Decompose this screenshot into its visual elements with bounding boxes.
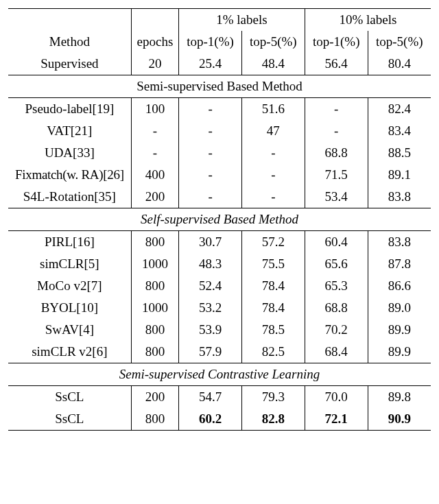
cell-val: 70.0 (305, 386, 368, 409)
supervised-1-top1: 25.4 (179, 53, 242, 75)
cell-method: simCLR[5] (8, 253, 131, 275)
col-10pct-top1: top-1(%) (305, 31, 368, 53)
cell-val: 57.2 (241, 231, 305, 254)
cell-val: 90.9 (368, 408, 431, 431)
cell-val: 83.8 (368, 231, 431, 254)
section-self-supervised: Self-supervised Based Method (8, 208, 431, 231)
cell-val: 87.8 (368, 253, 431, 275)
cell-epochs: 800 (131, 408, 178, 431)
cell-val: 54.7 (179, 386, 242, 409)
cell-method: Fixmatch(w. RA)[26] (8, 164, 131, 186)
cell-val: 72.1 (305, 408, 368, 431)
cell-method: SsCL (8, 386, 131, 409)
cell-val: 53.9 (179, 319, 242, 341)
cell-method: BYOL[10] (8, 297, 131, 319)
supervised-10-top5: 80.4 (368, 53, 431, 75)
table-row: SsCL 800 60.2 82.8 72.1 90.9 (8, 408, 431, 431)
cell-val: - (305, 98, 368, 121)
cell-val: 57.9 (179, 341, 242, 363)
cell-method: UDA[33] (8, 142, 131, 164)
cell-method: simCLR v2[6] (8, 341, 131, 363)
table-row: UDA[33] - - - 68.8 88.5 (8, 142, 431, 164)
section-semi-supervised: Semi-supervised Based Method (8, 75, 431, 98)
cell-val: - (241, 142, 305, 164)
cell-method: PIRL[16] (8, 231, 131, 254)
cell-epochs: 1000 (131, 253, 178, 275)
table-row: MoCo v2[7] 800 52.4 78.4 65.3 86.6 (8, 275, 431, 297)
cell-val: 89.9 (368, 341, 431, 363)
cell-method: SsCL (8, 408, 131, 431)
supervised-1-top5: 48.4 (241, 53, 305, 75)
table-row: simCLR v2[6] 800 57.9 82.5 68.4 89.9 (8, 341, 431, 363)
cell-val: 79.3 (241, 386, 305, 409)
cell-val: 78.5 (241, 319, 305, 341)
cell-epochs: 800 (131, 275, 178, 297)
cell-method: Pseudo-label[19] (8, 98, 131, 121)
cell-val: 82.8 (241, 408, 305, 431)
cell-val: 89.1 (368, 164, 431, 186)
supervised-10-top1: 56.4 (305, 53, 368, 75)
cell-val: 70.2 (305, 319, 368, 341)
cell-val: 53.4 (305, 186, 368, 208)
cell-val: - (179, 142, 242, 164)
cell-method: S4L-Rotation[35] (8, 186, 131, 208)
cell-val: 60.2 (179, 408, 242, 431)
table-row: SwAV[4] 800 53.9 78.5 70.2 89.9 (8, 319, 431, 341)
table-row: S4L-Rotation[35] 200 - - 53.4 83.8 (8, 186, 431, 208)
col-group-1pct: 1% labels (179, 9, 305, 32)
table-row: simCLR[5] 1000 48.3 75.5 65.6 87.8 (8, 253, 431, 275)
cell-epochs: - (131, 142, 178, 164)
col-group-10pct: 10% labels (305, 9, 431, 32)
method-header: Method (8, 31, 131, 53)
cell-val: 82.4 (368, 98, 431, 121)
cell-method: SwAV[4] (8, 319, 131, 341)
cell-val: 52.4 (179, 275, 242, 297)
col-10pct-top5: top-5(%) (368, 31, 431, 53)
supervised-label: Supervised (8, 53, 131, 75)
cell-method: VAT[21] (8, 120, 131, 142)
supervised-epochs: 20 (131, 53, 178, 75)
cell-val: 82.5 (241, 341, 305, 363)
cell-val: 83.4 (368, 120, 431, 142)
cell-epochs: 200 (131, 386, 178, 409)
cell-epochs: 800 (131, 319, 178, 341)
cell-val: - (179, 98, 242, 121)
table-row: Fixmatch(w. RA)[26] 400 - - 71.5 89.1 (8, 164, 431, 186)
cell-val: 86.6 (368, 275, 431, 297)
cell-epochs: 400 (131, 164, 178, 186)
cell-val: 68.8 (305, 142, 368, 164)
cell-val: 71.5 (305, 164, 368, 186)
table-row: BYOL[10] 1000 53.2 78.4 68.8 89.0 (8, 297, 431, 319)
cell-val: - (179, 186, 242, 208)
cell-val: 47 (241, 120, 305, 142)
table-row: PIRL[16] 800 30.7 57.2 60.4 83.8 (8, 231, 431, 254)
col-1pct-top1: top-1(%) (179, 31, 242, 53)
cell-val: 68.4 (305, 341, 368, 363)
cell-epochs: 1000 (131, 297, 178, 319)
table-row: Pseudo-label[19] 100 - 51.6 - 82.4 (8, 98, 431, 121)
col-1pct-top5: top-5(%) (241, 31, 305, 53)
cell-val: 88.5 (368, 142, 431, 164)
cell-val: 65.6 (305, 253, 368, 275)
cell-val: - (179, 164, 242, 186)
cell-val: 75.5 (241, 253, 305, 275)
cell-val: 51.6 (241, 98, 305, 121)
cell-epochs: 100 (131, 98, 178, 121)
cell-val: 78.4 (241, 297, 305, 319)
cell-val: 65.3 (305, 275, 368, 297)
header-blank (8, 9, 131, 32)
cell-epochs: 800 (131, 341, 178, 363)
cell-val: - (241, 164, 305, 186)
cell-val: 83.8 (368, 186, 431, 208)
section-sscl: Semi-supervised Contrastive Learning (8, 363, 431, 386)
cell-epochs: - (131, 120, 178, 142)
cell-val: 68.8 (305, 297, 368, 319)
epochs-header: epochs (131, 31, 178, 53)
results-table: 1% labels 10% labels Method epochs top-1… (8, 8, 431, 431)
cell-val: 89.0 (368, 297, 431, 319)
cell-val: - (179, 120, 242, 142)
cell-val: 89.9 (368, 319, 431, 341)
cell-val: 30.7 (179, 231, 242, 254)
table-row: SsCL 200 54.7 79.3 70.0 89.8 (8, 386, 431, 409)
cell-val: 89.8 (368, 386, 431, 409)
